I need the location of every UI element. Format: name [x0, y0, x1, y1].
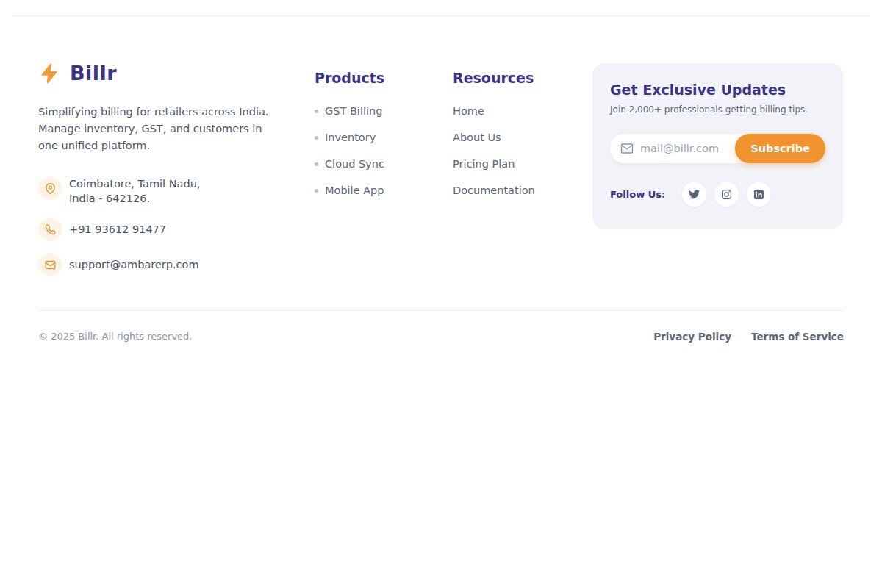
products-link-inventory[interactable]: Inventory	[315, 130, 384, 145]
contact-email: support@ambarerp.com	[38, 253, 288, 276]
contact-email-text: support@ambarerp.com	[69, 253, 199, 276]
top-divider	[12, 15, 870, 16]
contact-phone-text: +91 93612 91477	[69, 218, 166, 241]
resources-link-label: Documentation	[453, 184, 535, 196]
brand-column: Billr Simplifying billing for retailers …	[38, 62, 288, 288]
products-link-label: Mobile App	[325, 184, 384, 196]
products-link-label: Inventory	[325, 132, 376, 143]
products-link-cloud-sync[interactable]: Cloud Sync	[315, 157, 384, 171]
products-link-gst-billing[interactable]: GST Billing	[315, 104, 384, 118]
location-pin-icon	[38, 176, 62, 200]
envelope-icon	[38, 253, 62, 276]
contact-address-text: Coimbatore, Tamil Nadu, India - 642126.	[69, 176, 200, 206]
products-link-label: GST Billing	[325, 105, 382, 117]
contact-phone: +91 93612 91477	[38, 218, 288, 241]
contact-address: Coimbatore, Tamil Nadu, India - 642126.	[38, 176, 288, 206]
bullet-icon	[315, 110, 318, 113]
footer-page: Billr Simplifying billing for retailers …	[0, 0, 882, 588]
subscribe-button[interactable]: Subscribe	[735, 134, 825, 163]
bottom-divider	[38, 310, 844, 311]
products-link-mobile-app[interactable]: Mobile App	[315, 183, 384, 198]
resources-link-label: Home	[453, 105, 484, 117]
terms-of-service-link[interactable]: Terms of Service	[751, 331, 844, 343]
newsletter-subtext: Join 2,000+ professionals getting billin…	[610, 104, 825, 115]
social-icons	[682, 182, 771, 207]
bullet-icon	[315, 136, 318, 140]
products-heading: Products	[315, 70, 384, 86]
follow-us-label: Follow Us:	[610, 189, 665, 200]
resources-link-label: About Us	[453, 132, 501, 143]
contact-list: Coimbatore, Tamil Nadu, India - 642126. …	[38, 176, 288, 276]
phone-icon	[38, 218, 62, 241]
resources-column: Resources Home About Us Pricing Plan Doc…	[453, 70, 535, 209]
products-column: Products GST Billing Inventory Cloud Syn…	[315, 70, 384, 209]
lightning-bolt-icon	[38, 62, 60, 85]
subscribe-form: Subscribe	[610, 134, 825, 163]
products-list: GST Billing Inventory Cloud Sync Mobile …	[315, 104, 384, 198]
brand-name: Billr	[70, 62, 117, 85]
instagram-icon[interactable]	[714, 182, 739, 207]
newsletter-card: Get Exclusive Updates Join 2,000+ profes…	[592, 63, 843, 229]
bullet-icon	[315, 162, 318, 166]
bullet-icon	[315, 189, 318, 193]
brand-description: Simplifying billing for retailers across…	[38, 104, 288, 154]
envelope-icon	[620, 142, 634, 155]
newsletter-heading: Get Exclusive Updates	[610, 82, 825, 98]
privacy-policy-link[interactable]: Privacy Policy	[653, 331, 731, 343]
resources-link-documentation[interactable]: Documentation	[453, 183, 535, 198]
resources-link-home[interactable]: Home	[453, 104, 535, 118]
linkedin-icon[interactable]	[747, 182, 771, 207]
brand-logo: Billr	[38, 62, 288, 85]
copyright-text: © 2025 Billr. All rights reserved.	[38, 331, 192, 342]
bottom-links: Privacy Policy Terms of Service	[653, 331, 844, 343]
follow-row: Follow Us:	[610, 182, 825, 207]
twitter-icon[interactable]	[682, 182, 706, 207]
resources-link-about-us[interactable]: About Us	[453, 130, 535, 145]
products-link-label: Cloud Sync	[325, 158, 384, 170]
resources-list: Home About Us Pricing Plan Documentation	[453, 104, 535, 198]
resources-link-pricing-plan[interactable]: Pricing Plan	[453, 157, 535, 171]
resources-heading: Resources	[453, 70, 535, 86]
resources-link-label: Pricing Plan	[453, 158, 514, 170]
email-input[interactable]	[640, 143, 730, 154]
